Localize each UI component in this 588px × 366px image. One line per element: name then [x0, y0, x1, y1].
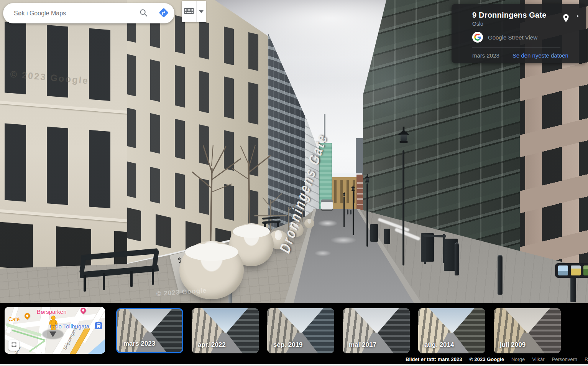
layer-thumbnail-grass: [583, 265, 588, 275]
keyboard-options-button[interactable]: [197, 1, 206, 22]
vertical-dots-icon: [577, 15, 578, 17]
see-newest-date-link[interactable]: Se den nyeste datoen: [512, 52, 568, 59]
privacy-link[interactable]: Personvern: [552, 356, 577, 362]
timeline-thumbnail-mai-2017[interactable]: mai 2017: [343, 308, 410, 353]
copyright: © 2023 Google: [469, 356, 504, 362]
screen-bottom-edge: [0, 364, 588, 366]
place-pin-icon: [563, 18, 569, 24]
show-on-map-button[interactable]: [563, 14, 569, 24]
directions-icon: [158, 7, 169, 20]
keyboard-toggle-button[interactable]: [182, 1, 197, 22]
place-info-card: 9 Dronningens Gate Oslo Google Street Vi…: [452, 4, 586, 63]
distant-van: [321, 199, 333, 211]
minimap[interactable]: Børsparken Café Oslo Tollbugata Skipperg…: [5, 307, 105, 354]
terms-link[interactable]: Vilkår: [532, 356, 544, 362]
more-options-button[interactable]: [576, 15, 579, 18]
pedestrian: [347, 209, 348, 214]
google-logo: [472, 32, 483, 43]
timeline-thumbnail-sep-2019[interactable]: sep. 2019: [267, 308, 334, 353]
imagery-layers-button[interactable]: [555, 263, 588, 278]
fullscreen-icon: [11, 342, 17, 349]
stone-planter-small: [304, 219, 314, 228]
capture-date: mars 2023: [472, 52, 499, 59]
water-area: [88, 339, 105, 354]
keyboard-control: [182, 1, 206, 22]
timeline-thumbnail-mars-2023[interactable]: mars 2023: [116, 308, 183, 353]
timeline-thumbnail-juli-2009[interactable]: juli 2009: [494, 308, 561, 353]
report-problem-link[interactable]: Rapporter et problem: [585, 356, 588, 362]
search-icon: [139, 8, 148, 18]
street-view-app: © 2023 Google: [0, 0, 588, 366]
pedestrian: [350, 210, 351, 214]
minimap-label-park: Børsparken: [37, 308, 67, 315]
search-button[interactable]: [134, 3, 153, 23]
left-foreground-building: [0, 0, 127, 284]
keyboard-icon: [184, 8, 194, 16]
card-divider: [472, 48, 560, 48]
thumbnail-label: mars 2023: [123, 340, 155, 348]
timeline-thumbnail-aug-2014[interactable]: aug. 2014: [418, 308, 485, 353]
search-input[interactable]: [13, 10, 134, 17]
thumbnail-label: sep. 2019: [273, 341, 303, 349]
search-box: [3, 3, 174, 23]
footer-attribution: Bildet er tatt: mars 2023 © 2023 Google …: [406, 356, 588, 362]
cafe-pin-icon: [23, 312, 31, 320]
expand-map-button[interactable]: [8, 340, 19, 351]
thumbnail-label: mai 2017: [349, 341, 376, 349]
layer-thumbnail-sky: [558, 265, 568, 275]
provider-name: Google Street View: [488, 34, 537, 41]
thumbnail-label: apr. 2022: [198, 341, 226, 349]
thumbnail-label: aug. 2014: [424, 341, 454, 349]
minimap-label-cafe: Café: [8, 316, 20, 322]
capture-info: Bildet er tatt: mars 2023: [406, 356, 462, 362]
pegman-icon: [48, 315, 58, 334]
thumbnail-label: juli 2009: [500, 341, 526, 349]
region-label: Norge: [511, 356, 525, 362]
layer-thumbnail-field: [571, 265, 581, 275]
directions-button[interactable]: [153, 3, 174, 23]
transit-icon: [95, 322, 102, 329]
chevron-down-icon: [199, 10, 204, 13]
provider-row: Google Street View: [472, 32, 578, 43]
pegman[interactable]: [48, 315, 59, 338]
timeline-thumbnail-apr-2022[interactable]: apr. 2022: [192, 308, 259, 353]
